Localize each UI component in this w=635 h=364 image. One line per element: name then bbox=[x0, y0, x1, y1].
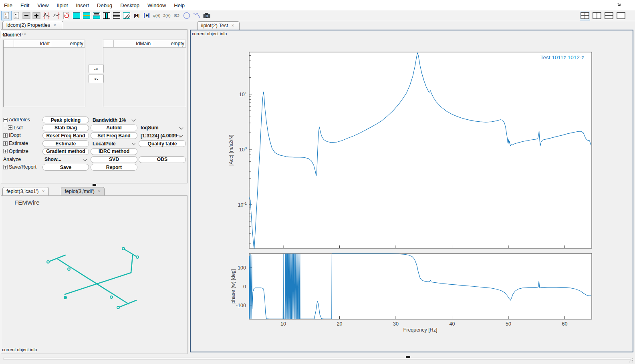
layout-columns-icon[interactable] bbox=[592, 11, 602, 20]
close-icon[interactable]: ✕ bbox=[24, 33, 27, 36]
tab-idcom-label: idcom(2) Properties bbox=[6, 22, 50, 28]
button-gradient-method[interactable]: Gradient method bbox=[42, 148, 89, 155]
layout-rows-icon[interactable] bbox=[604, 11, 614, 20]
zoom-out-icon[interactable] bbox=[22, 11, 31, 20]
menu-edit[interactable]: Edit bbox=[16, 0, 33, 10]
wire-node bbox=[136, 256, 139, 258]
pole-lines-icon[interactable] bbox=[42, 11, 51, 20]
columns-subplot-icon[interactable] bbox=[102, 11, 111, 20]
tab-feplot-3-mdl-[interactable]: feplot(3,'mdl')✕ bbox=[61, 187, 105, 195]
close-icon[interactable]: ✕ bbox=[98, 190, 101, 193]
wire-node bbox=[110, 296, 113, 298]
expander-icon[interactable] bbox=[3, 141, 8, 146]
zoom-in-icon[interactable] bbox=[32, 11, 41, 20]
tab-iiplot-test[interactable]: iiplot(2) Test ✕ bbox=[197, 21, 240, 30]
dropdown-loqsum[interactable]: loqSum bbox=[139, 125, 186, 131]
column-header-blank[interactable] bbox=[103, 40, 114, 47]
menu-debug[interactable]: Debug bbox=[93, 0, 116, 10]
dock-arrow-icon[interactable] bbox=[617, 2, 622, 8]
tree-item-analyze[interactable]: Analyze bbox=[3, 157, 21, 162]
layout-single-icon[interactable] bbox=[616, 11, 626, 20]
button-peak-picking[interactable]: Peak picking bbox=[42, 117, 89, 123]
tree-item-estimate[interactable]: Estimate bbox=[3, 141, 28, 146]
femwire-viewport[interactable] bbox=[22, 222, 166, 326]
button-save[interactable]: Save bbox=[42, 164, 89, 171]
dropdown-show-[interactable]: Show... bbox=[42, 156, 89, 163]
idalt-listbox[interactable]: IdAltempty bbox=[3, 40, 85, 107]
button-quality-table[interactable]: Quality table bbox=[139, 140, 186, 147]
horizontal-splitter-handle[interactable] bbox=[406, 356, 410, 358]
iiplot-properties-icon[interactable]: I bbox=[2, 11, 11, 20]
idcom-properties-icon[interactable] bbox=[12, 11, 21, 20]
nyquist-curve-icon[interactable] bbox=[192, 11, 202, 20]
expander-icon[interactable] bbox=[3, 149, 8, 153]
button-idrc-method[interactable]: IDRC method bbox=[91, 148, 137, 155]
move-left-button[interactable]: <- bbox=[89, 74, 104, 83]
button-estimate[interactable]: Estimate bbox=[42, 140, 89, 147]
close-icon[interactable]: ✕ bbox=[53, 24, 56, 27]
button-ods[interactable]: ODS bbox=[139, 156, 186, 163]
tree-item-savereport[interactable]: Save/Report bbox=[3, 164, 36, 170]
column-header-IdAlt[interactable]: IdAlt bbox=[14, 40, 51, 47]
ph-axes-box bbox=[249, 253, 592, 319]
button-set-freq-band[interactable]: Set Freq Band bbox=[91, 132, 137, 139]
imag-icon[interactable]: ℑ(H) bbox=[162, 11, 171, 20]
svg-text:H: H bbox=[145, 13, 149, 18]
real-imag-icon[interactable]: ℜℑ bbox=[172, 11, 181, 20]
refresh-icon[interactable] bbox=[62, 11, 71, 20]
move-right-button[interactable]: -> bbox=[89, 64, 104, 73]
expander-icon[interactable] bbox=[3, 118, 8, 122]
expander-icon[interactable] bbox=[8, 125, 12, 130]
menu-view[interactable]: View bbox=[33, 0, 52, 10]
abs-H-icon[interactable]: |H| bbox=[132, 11, 141, 20]
wire-segment bbox=[118, 300, 136, 308]
button-autoid[interactable]: AutoId bbox=[91, 125, 137, 131]
close-icon[interactable]: ✕ bbox=[231, 24, 234, 28]
layout-2x2-icon[interactable] bbox=[580, 11, 590, 20]
close-icon[interactable]: ✕ bbox=[42, 190, 45, 193]
bottom-subplot-icon[interactable] bbox=[92, 11, 101, 20]
menu-insert[interactable]: Insert bbox=[72, 0, 93, 10]
peak-pick-icon[interactable] bbox=[52, 11, 61, 20]
tree-item-addpoles[interactable]: AddPoles bbox=[3, 117, 30, 123]
dropdown--1-3124-4-0039-[interactable]: [1:3124] (4.0039-... bbox=[139, 132, 186, 139]
phase-icon[interactable]: φ(H) bbox=[152, 11, 161, 20]
tab-idcom-properties[interactable]: idcom(2) Properties ✕ bbox=[2, 21, 63, 29]
feplot-status: current object info bbox=[2, 347, 37, 352]
chevron-down-icon bbox=[132, 141, 136, 145]
vertical-splitter-handle[interactable] bbox=[93, 184, 96, 186]
tab-feplot-3-cax1-[interactable]: feplot(3,'cax1')✕ bbox=[2, 187, 49, 195]
bottom-splitter[interactable] bbox=[3, 358, 631, 360]
single-subplot-icon[interactable] bbox=[72, 11, 81, 20]
resize-grip[interactable] bbox=[629, 358, 633, 363]
tree-item-lscf[interactable]: Lscf bbox=[8, 125, 23, 131]
menu-desktop[interactable]: Desktop bbox=[116, 0, 143, 10]
nyquist-circle-icon[interactable] bbox=[182, 11, 192, 20]
subtab-channel[interactable]: Channel✕ bbox=[0, 31, 29, 38]
iiplot-axes[interactable]: 10110010-11000-100102030405060|Acc| [m/s… bbox=[190, 30, 633, 352]
two-rows-subplot-icon[interactable] bbox=[82, 11, 91, 20]
button-stab-diag[interactable]: Stab Diag bbox=[42, 125, 89, 131]
snapshot-camera-icon[interactable] bbox=[202, 11, 212, 20]
menu-window[interactable]: Window bbox=[143, 0, 170, 10]
column-header-empty[interactable]: empty bbox=[51, 40, 85, 47]
menu-file[interactable]: File bbox=[0, 0, 16, 10]
button-report[interactable]: Report bbox=[91, 164, 137, 171]
stacked-lines-icon[interactable] bbox=[112, 11, 121, 20]
dropdown-bandwidth-1-[interactable]: Bandwidth 1% bbox=[91, 117, 137, 123]
menu-help[interactable]: Help bbox=[170, 0, 189, 10]
tree-item-idopt[interactable]: IDopt bbox=[3, 133, 21, 138]
H-bars-icon[interactable]: H bbox=[142, 11, 151, 20]
dropdown-localpole[interactable]: LocalPole bbox=[91, 140, 137, 147]
tree-item-optimize[interactable]: Optimize bbox=[3, 149, 28, 154]
idmain-listbox[interactable]: IdMainempty bbox=[103, 40, 186, 107]
column-header-blank[interactable] bbox=[4, 40, 14, 47]
column-header-IdMain[interactable]: IdMain bbox=[114, 40, 152, 47]
expander-icon[interactable] bbox=[3, 133, 8, 138]
waterfall-icon[interactable] bbox=[122, 11, 131, 20]
column-header-empty[interactable]: empty bbox=[152, 40, 186, 47]
menu-iiplot[interactable]: IIplot bbox=[52, 0, 72, 10]
button-reset-freq-band[interactable]: Reset Freq Band bbox=[42, 132, 89, 139]
button-svd[interactable]: SVD bbox=[91, 156, 137, 163]
expander-icon[interactable] bbox=[3, 165, 8, 169]
